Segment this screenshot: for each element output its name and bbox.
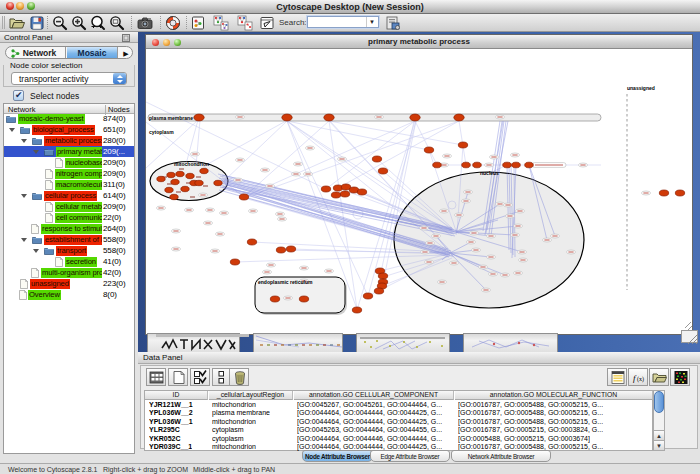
svg-text:plasma membrane: plasma membrane [149, 115, 193, 121]
svg-text:nucleus: nucleus [480, 170, 499, 176]
svg-text:cytoplasm: cytoplasm [149, 129, 174, 135]
svg-text:(x): (x) [637, 376, 644, 383]
svg-text:endoplasmic reticulum: endoplasmic reticulum [258, 279, 313, 285]
svg-text:unassigned: unassigned [627, 85, 655, 91]
svg-text:mitochondrion: mitochondrion [174, 161, 209, 167]
